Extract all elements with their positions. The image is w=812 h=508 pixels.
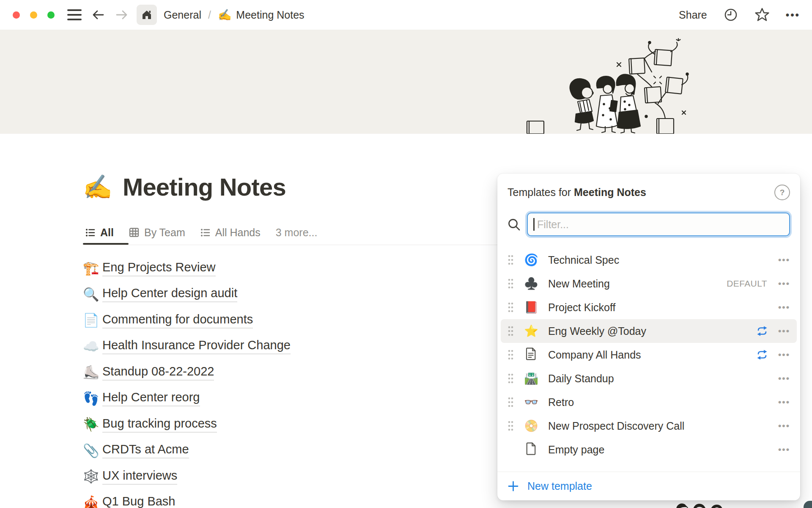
- template-row[interactable]: 📀 New Prospect Discovery Call •••: [501, 414, 797, 438]
- sidebar-menu-icon[interactable]: [67, 9, 82, 20]
- close-window-button[interactable]: [13, 11, 20, 19]
- page-link[interactable]: Standup 08-22-2022: [102, 364, 214, 381]
- list-item[interactable]: 🏗️ Eng Projects Review: [83, 255, 464, 282]
- template-label: Empty page: [548, 444, 604, 456]
- template-label: Technical Spec: [548, 254, 619, 266]
- tab-all[interactable]: All: [85, 226, 114, 239]
- template-label: Project Kickoff: [548, 301, 615, 314]
- drag-handle-icon[interactable]: [508, 254, 514, 265]
- ice-skate-emoji-icon: ⛸️: [83, 366, 102, 379]
- page-link[interactable]: Bug tracking process: [102, 417, 217, 433]
- row-more-icon[interactable]: •••: [778, 350, 790, 360]
- drag-handle-icon[interactable]: [508, 326, 514, 337]
- drag-handle-icon[interactable]: [508, 349, 514, 360]
- page-emoji-icon: ✍️: [218, 8, 231, 22]
- breadcrumb-workspace[interactable]: General: [164, 9, 201, 21]
- page-link[interactable]: Help Center reorg: [102, 390, 200, 406]
- template-row[interactable]: Company All Hands •••: [501, 343, 797, 367]
- row-more-icon[interactable]: •••: [778, 373, 790, 384]
- popup-title-page-name: Meeting Notes: [574, 186, 646, 198]
- favorite-star-icon[interactable]: [754, 7, 770, 22]
- list-item[interactable]: 🪲 Bug tracking process: [83, 411, 464, 438]
- arrow-left-icon: [91, 8, 105, 22]
- empty-page-icon: [524, 442, 539, 457]
- drag-handle-icon[interactable]: [508, 278, 514, 289]
- page-cover[interactable]: [0, 30, 812, 134]
- back-button[interactable]: [91, 8, 105, 22]
- list-view-icon: [85, 228, 95, 237]
- template-row-empty-page[interactable]: Empty page •••: [501, 438, 797, 461]
- breadcrumb: General / ✍️ Meeting Notes: [164, 8, 304, 22]
- page-link[interactable]: Commenting for documents: [102, 312, 253, 329]
- drag-handle-icon[interactable]: [508, 373, 514, 384]
- tab-by-team[interactable]: By Team: [129, 226, 185, 239]
- minimize-window-button[interactable]: [30, 11, 37, 19]
- club-suit-emoji-icon: ♣️: [524, 278, 539, 290]
- titlebar-actions: Share •••: [679, 7, 800, 22]
- template-row[interactable]: 👓 Retro •••: [501, 390, 797, 414]
- home-icon: [141, 9, 153, 21]
- page-header: ✍️ Meeting Notes: [83, 173, 286, 201]
- list-item[interactable]: 📎 CRDTs at Acme: [83, 438, 464, 464]
- plus-icon: [508, 480, 519, 492]
- document-emoji-icon: 📄: [83, 314, 102, 327]
- view-tabs: All By Team All Hands 3 more...: [85, 222, 317, 243]
- tab-more-views[interactable]: 3 more...: [276, 226, 318, 239]
- search-icon: [508, 218, 521, 231]
- document-list: 🏗️ Eng Projects Review 🔍 Help Center des…: [83, 255, 464, 508]
- row-more-icon[interactable]: •••: [778, 255, 790, 265]
- notion-window: General / ✍️ Meeting Notes Share •••: [0, 0, 812, 508]
- page-title-emoji[interactable]: ✍️: [83, 175, 112, 199]
- template-row[interactable]: 🌀 Technical Spec •••: [501, 248, 797, 272]
- list-item[interactable]: ☁️ Health Insurance Provider Change: [83, 334, 464, 360]
- motorway-emoji-icon: 🛣️: [524, 373, 539, 384]
- dvd-emoji-icon: 📀: [524, 420, 539, 432]
- drag-handle-icon[interactable]: [508, 397, 514, 408]
- row-more-icon[interactable]: •••: [778, 326, 790, 336]
- template-label: Company All Hands: [548, 349, 641, 361]
- help-icon[interactable]: ?: [774, 185, 790, 200]
- template-list: 🌀 Technical Spec ••• ♣️ New Meeting DEFA…: [501, 248, 797, 461]
- template-row[interactable]: 🛣️ Daily Standup •••: [501, 367, 797, 390]
- template-row-highlighted[interactable]: ⭐ Eng Weekly @Today •••: [501, 319, 797, 343]
- zoom-window-button[interactable]: [47, 11, 55, 19]
- page-link[interactable]: Health Insurance Provider Change: [102, 338, 291, 354]
- list-item[interactable]: ⛸️ Standup 08-22-2022: [83, 359, 464, 386]
- drag-handle-icon[interactable]: [508, 302, 514, 313]
- new-template-button[interactable]: New template: [508, 476, 592, 496]
- row-more-icon[interactable]: •••: [778, 421, 790, 431]
- tab-label: 3 more...: [276, 226, 318, 239]
- row-more-icon[interactable]: •••: [778, 397, 790, 407]
- breadcrumb-page[interactable]: Meeting Notes: [236, 9, 304, 21]
- spider-web-emoji-icon: 🕸️: [83, 470, 102, 483]
- list-item[interactable]: 🕸️ UX interviews: [83, 464, 464, 490]
- page-link[interactable]: CRDTs at Acme: [102, 442, 189, 458]
- list-item[interactable]: 🔍 Help Center design audit: [83, 282, 464, 308]
- table-view-icon: [129, 227, 139, 237]
- page-link[interactable]: UX interviews: [102, 469, 177, 485]
- home-button[interactable]: [137, 5, 157, 25]
- share-button[interactable]: Share: [679, 9, 707, 21]
- tab-all-hands[interactable]: All Hands: [200, 226, 261, 239]
- page-link[interactable]: Eng Projects Review: [102, 260, 216, 276]
- row-more-icon[interactable]: •••: [778, 279, 790, 289]
- list-item[interactable]: 👣 Help Center reorg: [83, 386, 464, 412]
- row-more-icon[interactable]: •••: [778, 444, 790, 455]
- page-link[interactable]: Q1 Bug Bash: [102, 494, 176, 508]
- list-view-icon: [200, 228, 210, 237]
- template-row[interactable]: ♣️ New Meeting DEFAULT •••: [501, 272, 797, 295]
- history-clock-icon[interactable]: [723, 7, 738, 22]
- filter-input[interactable]: [527, 213, 790, 236]
- new-template-label: New template: [527, 480, 592, 492]
- template-label: Retro: [548, 396, 574, 409]
- more-options-icon[interactable]: •••: [786, 9, 800, 21]
- template-row[interactable]: 📕 Project Kickoff •••: [501, 295, 797, 319]
- list-item[interactable]: 📄 Commenting for documents: [83, 307, 464, 334]
- drag-handle-icon[interactable]: [508, 420, 514, 431]
- tab-label: All: [100, 226, 114, 239]
- row-more-icon[interactable]: •••: [778, 302, 790, 312]
- list-item[interactable]: 🎪 Q1 Bug Bash: [83, 490, 464, 508]
- page-title[interactable]: Meeting Notes: [123, 173, 286, 201]
- forward-button[interactable]: [115, 8, 129, 22]
- page-link[interactable]: Help Center design audit: [102, 286, 237, 302]
